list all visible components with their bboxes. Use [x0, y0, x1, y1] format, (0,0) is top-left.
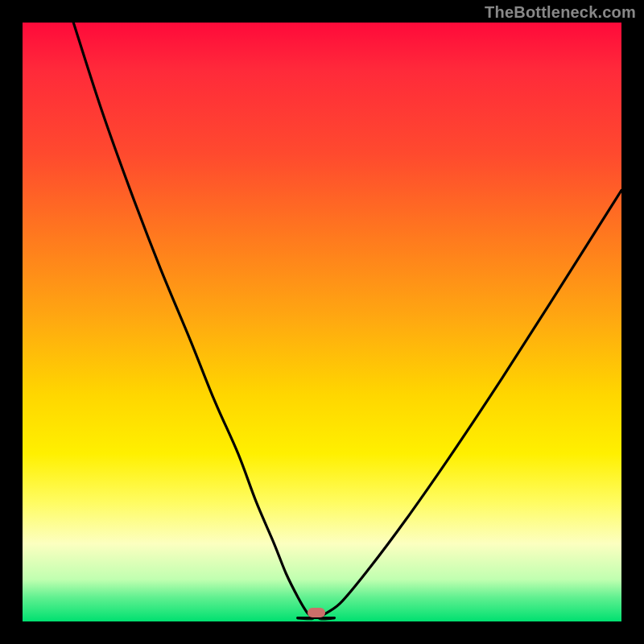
optimal-marker	[308, 608, 325, 617]
watermark-text: TheBottleneck.com	[485, 3, 636, 22]
bottleneck-curve	[23, 23, 621, 621]
chart-frame: TheBottleneck.com	[0, 0, 644, 644]
plot-area	[23, 23, 621, 621]
